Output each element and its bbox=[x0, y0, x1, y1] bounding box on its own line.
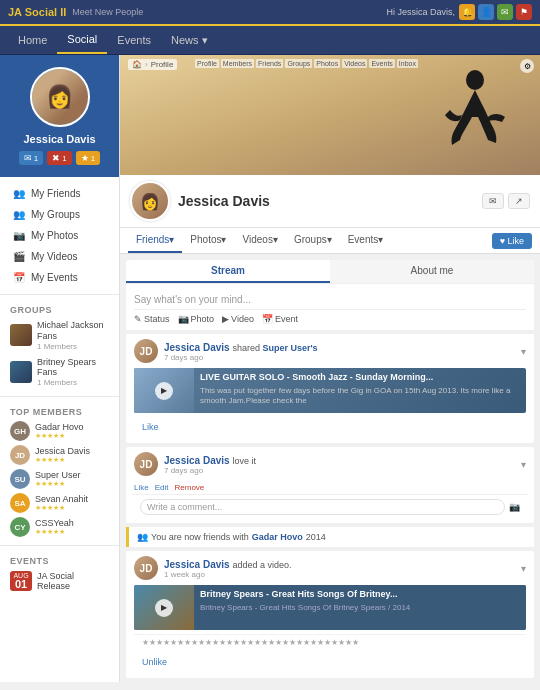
post-actions-row-2: Like Edit Remove bbox=[126, 481, 534, 494]
group-mj-avatar bbox=[10, 324, 32, 346]
cover-tab-friends[interactable]: Friends bbox=[256, 59, 283, 68]
post-shared-link[interactable]: Super User's bbox=[262, 343, 317, 353]
member-gh[interactable]: GH Gadar Hovo ★★★★★ bbox=[0, 419, 119, 443]
sidebar-events-label: My Events bbox=[31, 272, 78, 283]
video-post-thumb: ▶ Britney Spears - Great Hits Songs Of B… bbox=[134, 585, 526, 630]
nav-social[interactable]: Social bbox=[57, 26, 107, 54]
cover-tab-members[interactable]: Members bbox=[221, 59, 254, 68]
collapse-btn-3[interactable]: ▾ bbox=[521, 563, 526, 574]
tab-photos[interactable]: Photos▾ bbox=[182, 228, 234, 253]
cover-tab-groups[interactable]: Groups bbox=[285, 59, 312, 68]
status-action-event[interactable]: 📅 Event bbox=[262, 314, 298, 324]
videos-icon: 🎬 bbox=[13, 251, 25, 262]
sidebar-item-photos[interactable]: 📷 My Photos bbox=[0, 225, 119, 246]
post-like-link-2[interactable]: Like bbox=[134, 483, 149, 492]
sidebar-item-events[interactable]: 📅 My Events bbox=[0, 267, 119, 288]
profile-message-button[interactable]: ✉ bbox=[482, 193, 504, 209]
member-gh-avatar: GH bbox=[10, 421, 30, 441]
post-action-3: added a video. bbox=[232, 560, 291, 570]
profile-message-btn[interactable]: ✉ 1 bbox=[19, 151, 43, 165]
tab-videos[interactable]: Videos▾ bbox=[235, 228, 286, 253]
profile-notify-btn[interactable]: ★ 1 bbox=[76, 151, 100, 165]
profile-tabs: Friends▾ Photos▾ Videos▾ Groups▾ Events▾… bbox=[120, 228, 540, 254]
sidebar-item-videos[interactable]: 🎬 My Videos bbox=[0, 246, 119, 267]
friends-icon: 👥 bbox=[13, 188, 25, 199]
status-input-placeholder[interactable]: Say what's on your mind... bbox=[134, 290, 526, 310]
post-author-link-3[interactable]: Jessica Davis bbox=[164, 559, 230, 570]
cover-tab-photos[interactable]: Photos bbox=[314, 59, 340, 68]
sidebar: 👩 Jessica Davis ✉ 1 ✖ 1 ★ 1 👥 My Friends… bbox=[0, 55, 120, 682]
cover-settings-btn[interactable]: ⚙ bbox=[520, 59, 534, 73]
flag-icon[interactable]: ⚑ bbox=[516, 4, 532, 20]
like-btn-1[interactable]: Like bbox=[142, 422, 159, 432]
post-header-3: JD Jessica Davis added a video. 1 week a… bbox=[126, 551, 534, 585]
events-title: EVENTS bbox=[0, 552, 119, 568]
post-shared-video: JD Jessica Davis shared Super User's 7 d… bbox=[126, 334, 534, 443]
sidebar-item-groups[interactable]: 👥 My Groups bbox=[0, 204, 119, 225]
member-su-name: Super User bbox=[35, 470, 81, 480]
profile-share-button[interactable]: ↗ bbox=[508, 193, 530, 209]
greeting-text: Hi Jessica Davis, bbox=[386, 7, 455, 17]
event-item-0[interactable]: Aug 01 JA Social Release bbox=[0, 568, 119, 594]
play-button-1[interactable]: ▶ bbox=[155, 382, 173, 400]
post-meta-3: Jessica Davis added a video. 1 week ago bbox=[164, 558, 515, 579]
top-icons: 🔔 👤 ✉ ⚑ bbox=[459, 4, 532, 20]
stream-tab-stream[interactable]: Stream bbox=[126, 260, 330, 283]
post-edit-link-2[interactable]: Edit bbox=[155, 483, 169, 492]
member-cy[interactable]: CY CSSYeah ★★★★★ bbox=[0, 515, 119, 539]
post-action-1: shared Super User's bbox=[232, 343, 317, 353]
post-time-3: 1 week ago bbox=[164, 570, 515, 579]
nav-events[interactable]: Events bbox=[107, 26, 161, 54]
cover-tab-inbox[interactable]: Inbox bbox=[397, 59, 418, 68]
comment-input-2[interactable]: Write a comment... bbox=[140, 499, 505, 515]
unlike-btn-3[interactable]: Unlike bbox=[142, 657, 167, 667]
like-button[interactable]: ♥ Like bbox=[492, 233, 532, 249]
tab-groups[interactable]: Groups▾ bbox=[286, 228, 340, 253]
post-author-link-1[interactable]: Jessica Davis bbox=[164, 342, 230, 353]
collapse-btn-1[interactable]: ▾ bbox=[521, 346, 526, 357]
post-remove-link-2[interactable]: Remove bbox=[174, 483, 204, 492]
video-post-img: ▶ bbox=[134, 585, 194, 630]
nav-home[interactable]: Home bbox=[8, 26, 57, 54]
cover-tab-events[interactable]: Events bbox=[369, 59, 394, 68]
member-su[interactable]: SU Super User ★★★★★ bbox=[0, 467, 119, 491]
group-mj[interactable]: Michael Jackson Fans 1 Members bbox=[0, 317, 119, 354]
group-mj-name: Michael Jackson Fans bbox=[37, 320, 109, 342]
cover-tab-profile[interactable]: Profile bbox=[195, 59, 219, 68]
play-button-3[interactable]: ▶ bbox=[155, 599, 173, 617]
cover-tab-videos[interactable]: Videos bbox=[342, 59, 367, 68]
user-icon[interactable]: 👤 bbox=[478, 4, 494, 20]
post-love: JD Jessica Davis love it 7 days ago ▾ Li… bbox=[126, 447, 534, 523]
bell-icon[interactable]: 🔔 bbox=[459, 4, 475, 20]
cover-area: 🏠 › Profile Profile Members Friends Grou… bbox=[120, 55, 540, 175]
cover-nav: Profile Members Friends Groups Photos Vi… bbox=[195, 59, 418, 68]
profile-actions: ✉ 1 ✖ 1 ★ 1 bbox=[8, 151, 111, 165]
status-action-video[interactable]: ▶ Video bbox=[222, 314, 254, 324]
collapse-btn-2[interactable]: ▾ bbox=[521, 459, 526, 470]
post-author-link-2[interactable]: Jessica Davis bbox=[164, 455, 230, 466]
tab-friends[interactable]: Friends▾ bbox=[128, 228, 182, 253]
groups-title: GROUPS bbox=[0, 301, 119, 317]
nav-news[interactable]: News ▾ bbox=[161, 26, 218, 54]
sidebar-item-friends[interactable]: 👥 My Friends bbox=[0, 183, 119, 204]
stream-tab-about[interactable]: About me bbox=[330, 260, 534, 283]
profile-remove-btn[interactable]: ✖ 1 bbox=[47, 151, 71, 165]
status-action-status[interactable]: ✎ Status bbox=[134, 314, 170, 324]
activity-friend-link[interactable]: Gadar Hovo bbox=[252, 532, 303, 542]
group-bs[interactable]: Britney Spears Fans 1 Members bbox=[0, 354, 119, 391]
tab-events[interactable]: Events▾ bbox=[340, 228, 392, 253]
member-jd[interactable]: JD Jessica Davis ★★★★★ bbox=[0, 443, 119, 467]
post-footer-3: Unlike bbox=[134, 652, 526, 672]
svg-point-0 bbox=[466, 70, 484, 90]
member-sa[interactable]: SA Sevan Anahit ★★★★★ bbox=[0, 491, 119, 515]
comment-send-btn-2[interactable]: 📷 bbox=[509, 502, 520, 512]
member-jd-name: Jessica Davis bbox=[35, 446, 90, 456]
post-time-2: 7 days ago bbox=[164, 466, 515, 475]
status-action-photo[interactable]: 📷 Photo bbox=[178, 314, 215, 324]
top-members-title: TOP MEMBERS bbox=[0, 403, 119, 419]
group-bs-sub: 1 Members bbox=[37, 378, 109, 387]
status-box: Say what's on your mind... ✎ Status 📷 Ph… bbox=[126, 283, 534, 330]
mail-icon[interactable]: ✉ bbox=[497, 4, 513, 20]
post-author-1: Jessica Davis shared Super User's bbox=[164, 342, 318, 353]
video-info-1: LIVE GUITAR SOLO - Smooth Jazz - Sunday … bbox=[194, 368, 526, 413]
